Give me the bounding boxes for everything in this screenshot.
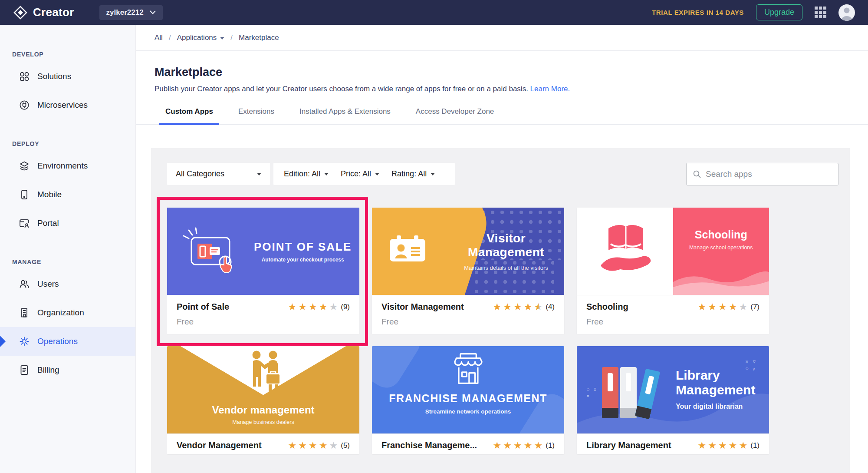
tab-custom-apps[interactable]: Custom Apps — [159, 104, 219, 125]
sidebar-item-label: Solutions — [37, 72, 71, 81]
franchise-banner-title: FRANCHISE MANAGEMENT — [372, 392, 564, 405]
app-name: Vendor Management — [177, 440, 262, 450]
workspace-name: zylker2212 — [106, 8, 144, 17]
user-avatar[interactable] — [838, 4, 855, 21]
learn-more-link[interactable]: Learn More. — [530, 85, 570, 93]
price-dropdown[interactable]: Price: All — [335, 169, 385, 179]
sidebar-section-develop: DEVELOP — [0, 45, 135, 62]
sidebar-item-label: Operations — [37, 337, 78, 346]
organization-icon — [19, 307, 30, 318]
sidebar-item-organization[interactable]: Organization — [0, 298, 135, 327]
doodle-sparkles: ○ ᵡ× — [586, 386, 597, 399]
breadcrumb-all[interactable]: All — [155, 33, 163, 42]
upgrade-button[interactable]: Upgrade — [756, 4, 802, 20]
app-launcher-icon[interactable] — [815, 7, 826, 18]
solutions-icon — [19, 71, 30, 82]
sidebar-item-microservices[interactable]: Microservices — [0, 91, 135, 119]
edition-dropdown[interactable]: Edition: All — [278, 169, 335, 179]
schooling-banner-right: Schooling Manage school operations — [673, 208, 769, 295]
books-icon — [602, 365, 667, 422]
app-price: Free — [381, 317, 555, 327]
book-in-hand-icon — [589, 215, 663, 285]
operations-gear-icon — [19, 336, 30, 347]
sidebar-item-label: Billing — [37, 365, 59, 375]
topbar: Creator zylker2212 TRIAL EXPIRES IN 14 D… — [0, 0, 868, 25]
breadcrumb-separator: / — [169, 33, 171, 42]
app-card-franchise-management[interactable]: FRANCHISE MANAGEMENT Streamline network … — [372, 346, 564, 454]
person-icon — [838, 4, 855, 21]
sidebar-item-users[interactable]: Users — [0, 270, 135, 298]
caret-down-icon — [431, 173, 435, 175]
app-card-vendor-management[interactable]: Vendor management Manage business dealer… — [167, 346, 359, 454]
breadcrumb-separator: / — [230, 33, 233, 42]
sidebar-item-label: Portal — [37, 218, 59, 228]
price-dropdown-label: Price: All — [341, 169, 371, 179]
brand-name: Creator — [33, 6, 74, 19]
library-banner-title: Library Management — [676, 368, 769, 397]
schooling-banner-subtitle: Manage school operations — [673, 245, 769, 251]
pos-banner-title: POINT OF SALE — [254, 240, 352, 254]
sidebar-item-environments[interactable]: Environments — [0, 152, 135, 180]
sidebar-item-label: Microservices — [37, 100, 88, 110]
tab-access-developer-zone[interactable]: Access Developer Zone — [410, 104, 500, 125]
microservices-icon — [19, 99, 30, 111]
visitor-banner-subtitle: Maintains details of all the visitors — [448, 265, 564, 271]
billing-icon — [19, 364, 30, 376]
caret-down-icon — [324, 173, 329, 175]
filter-group: Edition: All Price: All Rating: All — [273, 163, 455, 185]
search-input[interactable] — [706, 169, 832, 179]
app-name: Library Management — [586, 440, 671, 450]
filter-row: All Categories Edition: All Price: All R… — [167, 163, 838, 185]
franchise-banner: FRANCHISE MANAGEMENT Streamline network … — [372, 346, 564, 434]
visitor-banner: Visitor Management Maintains details of … — [372, 208, 564, 295]
schooling-banner: Schooling Manage school operations — [577, 208, 769, 295]
rating-stars: ★★★★★(1) — [696, 441, 760, 450]
app-name: Point of Sale — [177, 302, 229, 312]
id-badge-icon — [388, 235, 427, 263]
vendor-banner: Vendor management Manage business dealer… — [167, 346, 359, 434]
mobile-icon — [19, 189, 30, 200]
rating-stars: ★★★★★★(4) — [491, 302, 555, 312]
page-description: Publish your Creator apps and let your C… — [155, 85, 868, 93]
active-item-notch — [0, 336, 6, 347]
app-name: Visitor Management — [381, 302, 464, 312]
chevron-down-icon — [150, 10, 156, 14]
app-card-grid: POINT OF SALE Automate your checkout pro… — [167, 208, 783, 454]
rating-stars: ★★★★★(1) — [491, 441, 555, 450]
sidebar-item-billing[interactable]: Billing — [0, 356, 135, 384]
tab-extensions[interactable]: Extensions — [232, 104, 280, 125]
sidebar-section-deploy: DEPLOY — [0, 134, 135, 152]
tab-installed-apps[interactable]: Installed Apps & Extensions — [293, 104, 397, 125]
breadcrumb-marketplace: Marketplace — [239, 33, 279, 42]
page-title: Marketplace — [155, 66, 868, 79]
schooling-banner-title: Schooling — [673, 228, 769, 241]
main-content: All / Applications / Marketplace Marketp… — [136, 25, 868, 473]
categories-dropdown[interactable]: All Categories — [167, 163, 270, 185]
sidebar-item-solutions[interactable]: Solutions — [0, 62, 135, 91]
breadcrumb-applications[interactable]: Applications — [177, 33, 225, 42]
handshake-people-icon — [237, 350, 289, 395]
workspace-selector[interactable]: zylker2212 — [99, 5, 163, 20]
app-card-visitor-management[interactable]: Visitor Management Maintains details of … — [372, 208, 564, 334]
app-card-schooling[interactable]: Schooling Manage school operations Schoo… — [577, 208, 769, 334]
app-price: Free — [586, 317, 760, 327]
edition-dropdown-label: Edition: All — [284, 169, 320, 179]
tabs: Custom Apps Extensions Installed Apps & … — [136, 104, 868, 125]
search-icon — [693, 170, 701, 179]
app-card-library-management[interactable]: ○ ᵡ× × ▿○ ᵥ Library Management Your digi… — [577, 346, 769, 454]
library-banner-subtitle: Your digital librarian — [676, 403, 769, 410]
sidebar: DEVELOP Solutions Microservices DEPLOY E… — [0, 25, 136, 473]
rating-dropdown[interactable]: Rating: All — [385, 169, 441, 179]
creator-logo: Creator — [13, 5, 74, 20]
sidebar-item-label: Environments — [37, 161, 88, 171]
app-name: Schooling — [586, 302, 628, 312]
rating-dropdown-label: Rating: All — [391, 169, 427, 179]
sidebar-item-label: Mobile — [37, 190, 62, 199]
trial-expiry-text: TRIAL EXPIRES IN 14 DAYS — [652, 9, 744, 16]
app-name: Franchise Manageme... — [381, 440, 477, 450]
sidebar-item-operations[interactable]: Operations — [0, 327, 135, 356]
sidebar-item-portal[interactable]: Portal — [0, 209, 135, 238]
app-card-point-of-sale[interactable]: POINT OF SALE Automate your checkout pro… — [167, 208, 359, 334]
portal-icon — [19, 218, 30, 229]
sidebar-item-mobile[interactable]: Mobile — [0, 180, 135, 209]
